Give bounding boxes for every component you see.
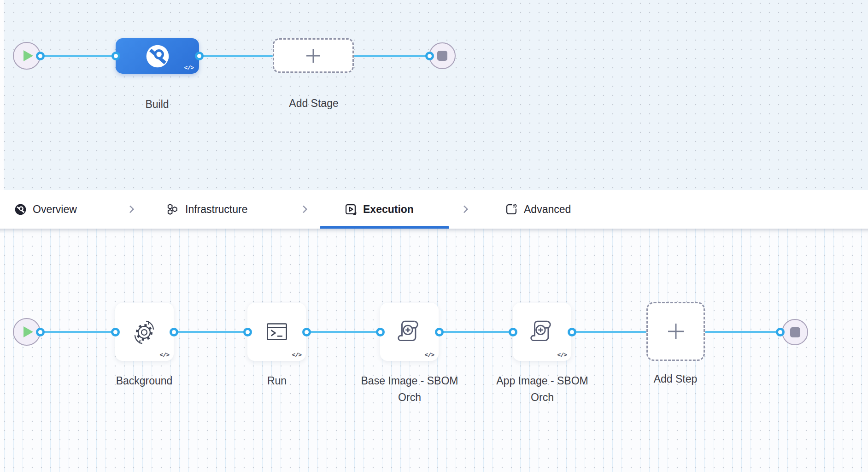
edge-connector: [174, 331, 247, 333]
step-node-base-image-sbom-orch[interactable]: </>: [380, 303, 439, 361]
port[interactable]: [302, 328, 311, 336]
port[interactable]: [195, 52, 204, 60]
step-code-badge: </>: [160, 352, 169, 359]
canvas-left-gutter: [0, 0, 4, 190]
chevron-right-icon: [462, 190, 467, 229]
port[interactable]: [435, 328, 444, 336]
port[interactable]: [36, 328, 45, 336]
hexagon-cluster-icon: [166, 203, 179, 216]
chevron-right-icon: [128, 190, 133, 229]
add-step-label: Add Step: [654, 371, 698, 387]
sbom-scroll-icon: [395, 318, 424, 346]
sbom-scroll-icon: [528, 318, 557, 346]
plus-icon: [305, 47, 322, 65]
stage-code-badge: </>: [184, 65, 194, 71]
gear-square-icon: [505, 203, 518, 216]
step-label: App Image - SBOM Orch: [493, 372, 591, 406]
port[interactable]: [170, 328, 178, 336]
step-node-background[interactable]: </>: [115, 303, 174, 361]
pipeline-studio: </> Build Add Stage O: [0, 0, 868, 472]
port[interactable]: [425, 52, 434, 60]
tab-label: Overview: [33, 203, 77, 216]
edge-connector: [199, 55, 273, 57]
tab-infrastructure[interactable]: Infrastructure: [166, 190, 248, 229]
port[interactable]: [243, 328, 252, 336]
stage-tab-bar: Overview Infrastructure Execution: [0, 190, 868, 229]
port[interactable]: [568, 328, 576, 336]
tab-advanced[interactable]: Advanced: [505, 190, 571, 229]
tab-overview[interactable]: Overview: [14, 190, 77, 229]
ci-overview-icon: [14, 203, 27, 216]
port[interactable]: [509, 328, 517, 336]
step-code-badge: </>: [557, 352, 567, 359]
add-stage-button[interactable]: [273, 38, 354, 73]
stage-node-build[interactable]: </>: [116, 38, 199, 74]
add-stage-label: Add Stage: [289, 95, 338, 112]
terminal-icon: [263, 318, 291, 346]
add-step-button[interactable]: [646, 302, 705, 361]
tab-label: Advanced: [524, 203, 571, 216]
step-node-app-image-sbom-orch[interactable]: </>: [513, 303, 571, 361]
stop-icon: [790, 327, 800, 337]
play-icon: [23, 50, 33, 61]
port[interactable]: [111, 328, 120, 336]
edge-connector: [572, 331, 646, 333]
step-code-badge: </>: [292, 352, 301, 359]
port[interactable]: [111, 52, 120, 60]
edge-connector: [40, 331, 115, 333]
chevron-right-icon: [301, 190, 306, 229]
step-label: Base Image - SBOM Orch: [361, 372, 458, 406]
tab-execution[interactable]: Execution: [344, 190, 414, 229]
step-label: Background: [116, 372, 173, 389]
canvas-left-gutter: [0, 233, 4, 472]
step-code-badge: </>: [425, 352, 434, 359]
stop-icon: [437, 51, 447, 61]
step-label: Run: [267, 372, 287, 389]
play-square-icon: [344, 203, 357, 216]
plus-icon: [666, 322, 686, 341]
stage-canvas[interactable]: </> Build Add Stage: [0, 0, 868, 190]
execution-end-node: [782, 319, 808, 345]
active-tab-underline: [320, 226, 449, 229]
port[interactable]: [776, 328, 785, 336]
play-icon: [23, 326, 33, 337]
port[interactable]: [376, 328, 385, 336]
edge-connector: [354, 55, 429, 57]
edge-connector: [439, 331, 513, 333]
edge-connector: [705, 331, 780, 333]
sync-gear-icon: [130, 318, 159, 346]
tab-label: Infrastructure: [185, 203, 248, 216]
tab-label: Execution: [363, 203, 414, 216]
harness-ci-disc-icon: [144, 43, 171, 70]
port[interactable]: [36, 52, 45, 60]
step-node-run[interactable]: </>: [247, 303, 306, 361]
edge-connector: [40, 55, 116, 57]
stage-label: Build: [145, 96, 169, 112]
edge-connector: [306, 331, 380, 333]
